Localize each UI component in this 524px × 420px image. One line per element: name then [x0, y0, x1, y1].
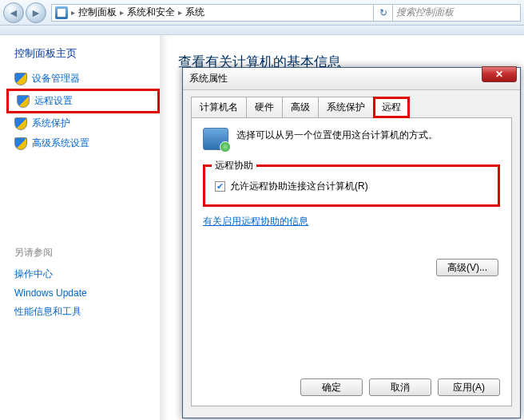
dialog-button-row: 确定 取消 应用(A) — [300, 378, 500, 396]
shield-icon — [17, 95, 30, 108]
sidebar-item-label: 高级系统设置 — [32, 137, 89, 150]
apply-button[interactable]: 应用(A) — [438, 378, 500, 396]
ok-button[interactable]: 确定 — [300, 378, 363, 396]
address-bar: ◄ ► ▸ 控制面板 ▸ 系统和安全 ▸ 系统 ↻ 搜索控制面板 — [0, 0, 524, 26]
see-also-action-center[interactable]: 操作中心 — [6, 264, 160, 284]
computer-remote-icon — [203, 128, 228, 150]
sidebar-item-system-protection[interactable]: 系统保护 — [6, 113, 160, 133]
tab-remote[interactable]: 远程 — [373, 97, 410, 118]
breadcrumb-item[interactable]: 系统 — [185, 6, 204, 19]
sidebar-title[interactable]: 控制面板主页 — [6, 42, 160, 69]
see-also-performance[interactable]: 性能信息和工具 — [6, 302, 160, 322]
remote-assist-help-link[interactable]: 有关启用远程协助的信息 — [203, 215, 308, 228]
sidebar-item-remote-settings[interactable]: 远程设置 — [6, 89, 160, 113]
breadcrumb[interactable]: ▸ 控制面板 ▸ 系统和安全 ▸ 系统 — [51, 4, 374, 22]
back-button[interactable]: ◄ — [3, 2, 24, 23]
shield-icon — [14, 73, 27, 85]
sidebar-item-label: 性能信息和工具 — [14, 305, 81, 319]
system-properties-dialog: 系统属性 ✕ 计算机名 硬件 高级 系统保护 远程 选择可以从另一个位置使用这台… — [182, 67, 521, 418]
checkbox-label: 允许远程协助连接这台计算机(R) — [230, 180, 368, 193]
sidebar-item-label: 操作中心 — [14, 267, 53, 281]
tab-container: 计算机名 硬件 高级 系统保护 远程 选择可以从另一个位置使用这台计算机的方式。… — [183, 90, 520, 414]
tab-system-protection[interactable]: 系统保护 — [318, 97, 374, 117]
control-panel-icon — [55, 6, 68, 19]
sidebar-item-label: 系统保护 — [32, 117, 70, 130]
shield-icon — [14, 137, 27, 150]
see-also-windows-update[interactable]: Windows Update — [6, 284, 160, 302]
chevron-right-icon: ▸ — [178, 8, 182, 17]
sidebar-item-label: 设备管理器 — [32, 72, 80, 85]
tab-panel-remote: 选择可以从另一个位置使用这台计算机的方式。 远程协助 ✔ 允许远程协助连接这台计… — [191, 117, 512, 406]
allow-remote-assist-row[interactable]: ✔ 允许远程协助连接这台计算机(R) — [215, 180, 488, 193]
sidebar-item-label: Windows Update — [14, 287, 87, 299]
sidebar-item-device-manager[interactable]: 设备管理器 — [6, 69, 160, 89]
tab-hardware[interactable]: 硬件 — [246, 97, 283, 117]
sidebar: 控制面板主页 设备管理器 远程设置 系统保护 高级系统设置 另请参阅 操作中心 … — [0, 35, 160, 420]
advanced-button[interactable]: 高级(V)... — [436, 259, 498, 276]
close-button[interactable]: ✕ — [482, 66, 517, 82]
chevron-right-icon: ▸ — [71, 8, 75, 17]
dialog-titlebar[interactable]: 系统属性 ✕ — [183, 68, 520, 90]
group-legend: 远程协助 — [212, 159, 256, 172]
breadcrumb-item[interactable]: 系统和安全 — [127, 6, 175, 19]
dialog-title-text: 系统属性 — [189, 72, 228, 85]
see-also-heading: 另请参阅 — [6, 241, 160, 264]
tab-computer-name[interactable]: 计算机名 — [191, 97, 247, 117]
intro-row: 选择可以从另一个位置使用这台计算机的方式。 — [203, 128, 500, 150]
shield-icon — [14, 117, 27, 130]
cancel-button[interactable]: 取消 — [369, 378, 431, 396]
sidebar-item-label: 远程设置 — [34, 94, 73, 108]
breadcrumb-item[interactable]: 控制面板 — [78, 6, 117, 19]
refresh-button[interactable]: ↻ — [374, 4, 393, 22]
intro-text: 选择可以从另一个位置使用这台计算机的方式。 — [236, 128, 438, 142]
tab-strip: 计算机名 硬件 高级 系统保护 远程 — [191, 97, 512, 117]
checkbox-icon[interactable]: ✔ — [215, 181, 225, 192]
sidebar-item-advanced-system[interactable]: 高级系统设置 — [6, 133, 160, 153]
chevron-right-icon: ▸ — [120, 8, 124, 17]
toolbar-strip — [0, 26, 524, 35]
remote-assistance-group: 远程协助 ✔ 允许远程协助连接这台计算机(R) — [203, 164, 500, 207]
forward-button[interactable]: ► — [26, 2, 46, 23]
search-input[interactable]: 搜索控制面板 — [393, 4, 521, 22]
advanced-button-wrap: 高级(V)... — [436, 259, 498, 276]
tab-advanced[interactable]: 高级 — [282, 97, 319, 117]
nav-arrows: ◄ ► — [3, 2, 46, 23]
